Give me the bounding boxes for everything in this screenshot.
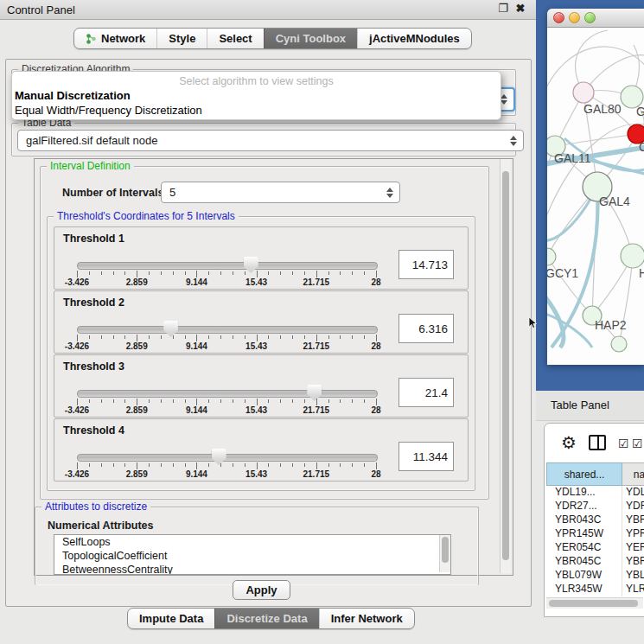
threshold-value-field[interactable]: 6.316	[399, 314, 454, 343]
settings-scrollbar[interactable]	[500, 159, 511, 573]
table-hscrollbar[interactable]	[546, 597, 643, 609]
apply-button[interactable]: Apply	[233, 580, 290, 600]
tick-mark	[77, 399, 78, 405]
threshold-slider[interactable]	[77, 390, 378, 398]
threshold-slider[interactable]	[77, 326, 378, 334]
tab-jactivemnodules[interactable]: jActiveMNodules	[357, 29, 471, 48]
tick-mark	[316, 399, 317, 405]
cell-shared-name[interactable]: YER054C	[546, 541, 622, 555]
table-row[interactable]: YBR043CYBR0	[546, 513, 644, 527]
split-table-icon[interactable]	[589, 435, 606, 450]
tick-mark	[161, 399, 162, 403]
tab-select[interactable]: Select	[207, 29, 263, 48]
cell-shared-name[interactable]: YDL19...	[546, 486, 622, 500]
network-canvas[interactable]: GAL80GCGAL11GAL4GCY1HHAP2	[547, 9, 644, 365]
table-row[interactable]: YPR145WYPR1	[546, 527, 644, 541]
combo-arrows-icon	[386, 188, 393, 198]
cell-name[interactable]: YBL0	[622, 569, 644, 583]
gear-icon[interactable]: ⚙	[561, 432, 577, 453]
minimize-traffic-light-icon[interactable]	[569, 12, 580, 23]
table-row[interactable]: YDR27...YDR2	[546, 500, 644, 513]
tab-infer-network[interactable]: Infer Network	[319, 609, 414, 628]
table-rows: YDL19...YDL1YDR27...YDR2YBR043CYBR0YPR14…	[546, 486, 644, 596]
close-window-icon[interactable]: ✖	[513, 2, 527, 15]
cell-name[interactable]: YPR1	[622, 527, 644, 541]
close-traffic-light-icon[interactable]	[553, 12, 564, 23]
table-panel-header: Table Panel	[536, 391, 644, 421]
tick-mark	[280, 399, 281, 403]
threshold-panel-2: Threshold 2-3.4262.8599.14415.4321.71528…	[54, 290, 469, 354]
tab-network[interactable]: Network	[74, 29, 156, 48]
network-node[interactable]	[547, 248, 556, 265]
number-of-intervals-combo[interactable]: 5	[161, 182, 400, 203]
number-of-intervals-value: 5	[169, 186, 175, 199]
attribute-list-item[interactable]: SelfLoops	[54, 535, 450, 549]
cell-name[interactable]: YBR0	[622, 513, 644, 527]
threshold-value-field[interactable]: 14.713	[399, 250, 454, 279]
threshold-slider[interactable]	[77, 454, 378, 462]
threshold-label: Threshold 4	[63, 424, 124, 437]
tick-mark	[173, 335, 174, 339]
cell-shared-name[interactable]: YBR043C	[546, 513, 622, 527]
cell-name[interactable]: YLR3	[622, 583, 644, 596]
tab-style[interactable]: Style	[156, 29, 207, 48]
tab-cyni-toolbox[interactable]: Cyni Toolbox	[264, 29, 357, 48]
tick-mark	[137, 271, 137, 277]
table-row[interactable]: YBR045CYBR0	[546, 555, 644, 569]
network-node-label: HAP2	[595, 318, 627, 332]
tick-mark	[340, 335, 341, 339]
tab-discretize-data[interactable]: Discretize Data	[214, 609, 318, 628]
column-header-name[interactable]: na	[622, 462, 644, 486]
tick-label: -3.426	[65, 341, 89, 351]
table-data-combo[interactable]: galFiltered.sif default node	[17, 130, 524, 151]
tick-mark	[149, 399, 150, 403]
settings-scrollbar-thumb[interactable]	[502, 171, 509, 560]
cell-name[interactable]: YER0	[622, 541, 644, 555]
threshold-value-field[interactable]: 21.4	[399, 378, 454, 407]
tick-mark	[304, 335, 305, 339]
network-node[interactable]	[573, 82, 594, 103]
table-hscrollbar-thumb[interactable]	[549, 600, 638, 607]
attribute-list-item[interactable]: TopologicalCoefficient	[54, 549, 450, 563]
tick-mark	[137, 399, 137, 405]
table-row[interactable]: YBL079WYBL0	[546, 569, 644, 583]
dropdown-placeholder-item[interactable]: Select algorithm to view settings	[12, 75, 501, 87]
cell-name[interactable]: YDL1	[622, 486, 644, 500]
threshold-slider[interactable]	[77, 262, 378, 270]
numerical-attributes-label: Numerical Attributes	[48, 520, 153, 532]
tick-mark	[196, 399, 197, 405]
threshold-value-field[interactable]: 11.344	[399, 442, 454, 471]
checkbox-checked-icon[interactable]: ☑	[618, 437, 629, 450]
cell-shared-name[interactable]: YLR345W	[546, 583, 622, 596]
tab-impute-data[interactable]: Impute Data	[128, 609, 214, 628]
threshold-label: Threshold 1	[63, 233, 124, 245]
dropdown-option-equal-width[interactable]: Equal Width/Frequency Discretization	[15, 104, 202, 117]
column-header-shared[interactable]: shared...	[546, 462, 622, 486]
checkbox-checked-icon[interactable]: ☑	[632, 437, 643, 450]
attributes-scrollbar-thumb[interactable]	[442, 537, 449, 563]
cell-name[interactable]: YDR2	[622, 500, 644, 513]
tick-mark	[220, 271, 221, 275]
table-row[interactable]: YDL19...YDL1	[546, 486, 644, 500]
cell-shared-name[interactable]: YBL079W	[546, 569, 622, 583]
tick-mark	[257, 335, 258, 341]
cell-shared-name[interactable]: YPR145W	[546, 527, 622, 541]
attribute-list-item[interactable]: BetweennessCentrality	[54, 563, 450, 575]
tick-mark	[245, 335, 245, 339]
cell-name[interactable]: YBR0	[622, 555, 644, 569]
tick-mark	[149, 271, 150, 275]
tick-mark	[292, 271, 293, 275]
float-window-icon[interactable]: ❐	[496, 2, 510, 15]
tick-mark	[257, 271, 258, 277]
table-row[interactable]: YLR345WYLR3	[546, 583, 644, 596]
table-row[interactable]: YER054CYER0	[546, 541, 644, 555]
cell-shared-name[interactable]: YDR27...	[546, 500, 622, 513]
dropdown-option-manual[interactable]: Manual Discretization	[15, 89, 131, 102]
zoom-traffic-light-icon[interactable]	[584, 12, 596, 23]
network-node[interactable]	[621, 244, 644, 268]
network-node[interactable]	[611, 336, 627, 352]
table-data-combo-value: galFiltered.sif default node	[26, 134, 157, 147]
cell-shared-name[interactable]: YBR045C	[546, 555, 622, 569]
attributes-list-scrollbar[interactable]	[439, 535, 450, 572]
tick-label: -3.426	[65, 405, 89, 415]
